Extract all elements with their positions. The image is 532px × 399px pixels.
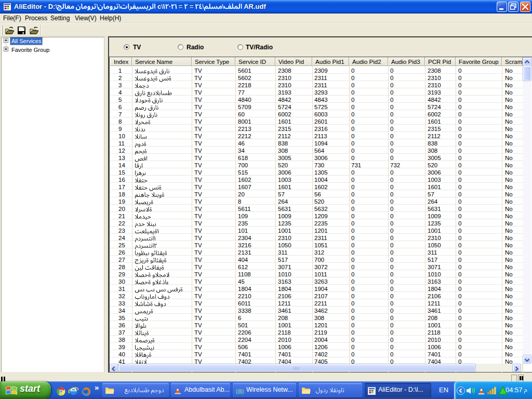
svg-text:((i)): ((i)) [236,389,244,394]
